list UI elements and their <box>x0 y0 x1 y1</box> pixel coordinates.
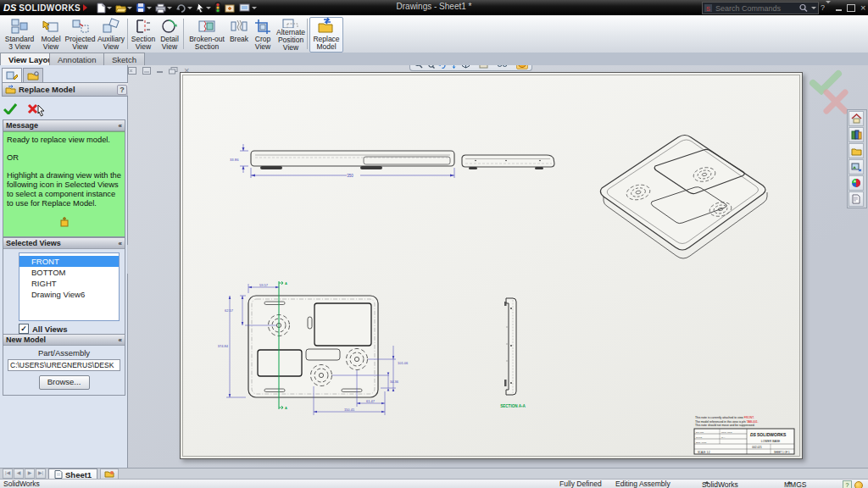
list-item-drawing-view6[interactable]: Drawing View6 <box>19 289 119 300</box>
model-path-field[interactable]: C:\USERS\UREGNERUS\DESK <box>8 359 120 371</box>
doc-restore-button[interactable] <box>169 67 178 75</box>
model-view-button[interactable]: Model View <box>36 17 65 53</box>
section-view-button[interactable]: Section View <box>130 17 157 53</box>
print-button[interactable] <box>154 2 173 14</box>
alternate-position-view-button[interactable]: Alternate Position View <box>275 17 307 53</box>
standard-3-view-icon <box>10 18 29 35</box>
replace-model-button[interactable]: Replace Model <box>309 17 343 53</box>
drawing-view-side-profile[interactable] <box>462 155 554 169</box>
first-sheet-button[interactable]: |◀ <box>3 469 13 479</box>
rebuild-button[interactable] <box>214 2 222 14</box>
display-style-icon[interactable] <box>479 65 494 69</box>
svg-text:This note is currently attache: This note is currently attached to view … <box>695 416 754 419</box>
save-button[interactable] <box>135 2 153 14</box>
save-icon <box>136 3 146 14</box>
help-button[interactable]: ? <box>821 3 831 12</box>
hide-show-items-icon[interactable] <box>497 65 514 69</box>
collapse-chevron-icon[interactable]: « <box>119 336 122 344</box>
auxiliary-view-button[interactable]: Auxiliary View <box>95 17 127 53</box>
custom-properties-icon <box>851 194 861 204</box>
search-icon[interactable] <box>798 3 809 13</box>
search-caret-icon[interactable] <box>811 7 816 9</box>
view-palette-button[interactable] <box>849 159 864 175</box>
break-button[interactable]: Break <box>227 17 251 53</box>
list-item-front[interactable]: FRONT <box>19 256 119 267</box>
list-item-right[interactable]: RIGHT <box>19 278 119 289</box>
edit-appearance-icon[interactable] <box>516 65 528 69</box>
all-views-checkbox[interactable]: ✓ <box>19 324 29 334</box>
configuration-tab-icon <box>27 70 39 80</box>
propertymanager-tab[interactable] <box>2 68 22 82</box>
custom-properties-button[interactable] <box>849 191 864 207</box>
zoom-to-area-icon[interactable] <box>426 65 435 69</box>
panel-header: Replace Model ? <box>2 82 131 97</box>
collapse-chevron-icon[interactable]: « <box>119 240 122 247</box>
ok-button[interactable] <box>3 103 17 114</box>
search-input[interactable] <box>714 3 797 14</box>
file-explorer-button[interactable] <box>849 143 864 158</box>
pan-icon[interactable] <box>449 65 459 69</box>
svg-text:The model referenced in this v: The model referenced in this view is p/n… <box>695 420 759 424</box>
doc-minimize-button[interactable] <box>157 71 163 73</box>
crop-view-button[interactable]: Crop View <box>250 17 275 53</box>
search-commands-box[interactable]: S <box>702 2 819 14</box>
selected-views-header[interactable]: Selected Views « <box>3 238 125 249</box>
drawing-view-front-profile[interactable]: 33.86 350 <box>230 144 454 178</box>
dim-text: 33.86 <box>230 158 239 162</box>
view-orientation-icon[interactable] <box>461 65 476 69</box>
status-app: SolidWorks <box>3 480 40 488</box>
list-item-bottom[interactable]: BOTTOM <box>19 267 119 278</box>
tab-sketch[interactable]: Sketch <box>103 53 145 66</box>
sheet-note[interactable]: This note is currently attached to view … <box>695 416 759 427</box>
options-button[interactable] <box>238 2 258 14</box>
dim-text: 34.36 <box>390 380 399 384</box>
prev-sheet-button[interactable]: ◀ <box>14 469 24 479</box>
titleblock-logo-name: SOLIDWORKS <box>757 432 787 437</box>
drawing-view-plan[interactable]: A A <box>218 281 409 415</box>
solidworks-resources-button[interactable] <box>849 111 864 126</box>
collapse-chevron-icon[interactable]: « <box>119 122 122 130</box>
publish-icon <box>225 3 236 14</box>
new-document-button[interactable] <box>95 2 113 14</box>
standard-3-view-button[interactable]: Standard 3 View <box>2 17 37 53</box>
appearances-button[interactable] <box>849 175 864 191</box>
tab-annotation[interactable]: Annotation <box>49 53 104 66</box>
cascade-icon[interactable] <box>128 67 136 75</box>
undo-button[interactable] <box>175 2 193 14</box>
projected-view-icon <box>71 18 90 35</box>
close-button[interactable]: × <box>860 3 865 13</box>
design-library-button[interactable] <box>849 127 864 142</box>
minimize-button[interactable] <box>836 9 842 11</box>
drawing-sheet[interactable]: 33.86 350 <box>180 72 803 459</box>
message-section-header[interactable]: Message « <box>3 120 125 131</box>
rotate-view-icon[interactable] <box>437 65 447 69</box>
message-section: Message « Ready to replace view model. O… <box>3 119 125 237</box>
panel-help-icon[interactable]: ? <box>117 85 127 95</box>
tile-icon[interactable] <box>142 67 151 75</box>
new-model-header[interactable]: New Model « <box>3 335 125 346</box>
last-sheet-button[interactable]: ▶| <box>36 469 46 479</box>
publish-button[interactable] <box>224 2 236 14</box>
restore-button[interactable] <box>847 4 855 12</box>
drawing-view-section[interactable]: SECTION A-A <box>500 298 526 408</box>
detail-view-button[interactable]: Detail View <box>156 17 183 53</box>
select-button[interactable] <box>195 2 212 14</box>
zoom-to-fit-icon[interactable] <box>414 65 423 69</box>
open-button[interactable] <box>114 2 133 14</box>
section-caption: SECTION A-A <box>500 404 526 408</box>
property-manager-tab-strip <box>2 68 43 82</box>
svg-text:S: S <box>706 6 710 12</box>
next-sheet-button[interactable]: ▶ <box>25 469 35 479</box>
configuration-tab[interactable] <box>23 68 43 82</box>
svg-text:MFG APPR.: MFG APPR. <box>721 431 732 434</box>
drawing-view-isometric[interactable] <box>600 136 767 259</box>
options-icon <box>239 3 251 14</box>
broken-out-section-button[interactable]: Broken-out Section <box>186 17 228 53</box>
app-logo: DS SOLIDWORKS <box>3 1 87 14</box>
projected-view-button[interactable]: Projected View <box>64 17 96 53</box>
browse-button[interactable]: Browse... <box>39 375 90 390</box>
status-help-icon[interactable]: ? <box>843 480 852 488</box>
model-view-icon <box>42 18 60 35</box>
status-bar: SolidWorks Fully Defined Editing Assembl… <box>0 479 868 488</box>
message-body: Ready to replace view model. OR Highligh… <box>3 131 125 236</box>
